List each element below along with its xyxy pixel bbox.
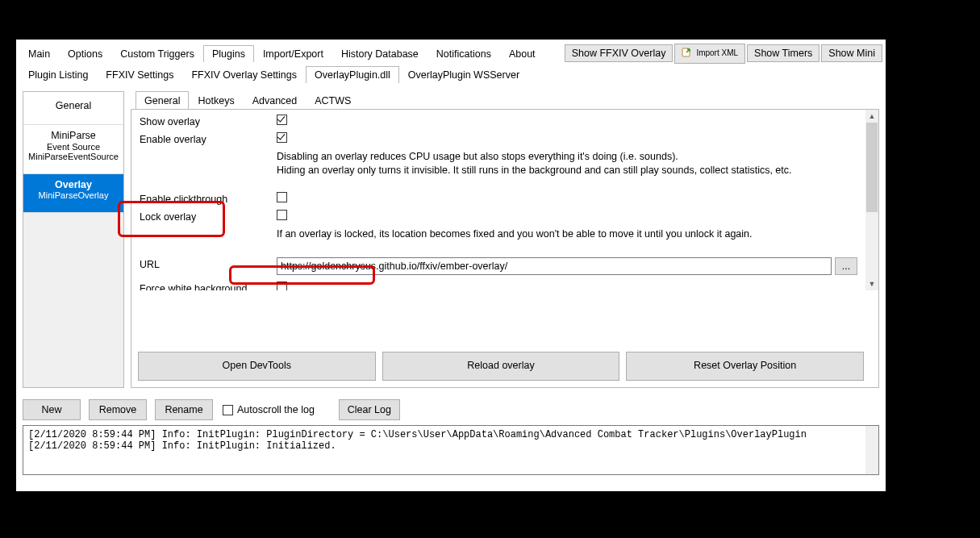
subtab-overlayplugin-wsserver[interactable]: OverlayPlugin WSServer — [399, 66, 528, 83]
ctab-general[interactable]: General — [136, 91, 189, 110]
settings-scrollbar[interactable]: ▲ ▼ — [865, 110, 878, 290]
import-xml-button[interactable]: Import XML — [674, 44, 745, 64]
sidebar-item-title: MiniParse — [25, 130, 122, 141]
log-line: [2/11/2020 8:59:44 PM] Info: InitPlugin:… — [28, 429, 874, 440]
enable-clickthrough-label: Enable clickthrough — [140, 192, 277, 205]
remove-button[interactable]: Remove — [89, 399, 147, 420]
show-overlay-label: Show overlay — [140, 115, 277, 127]
clear-log-button[interactable]: Clear Log — [339, 399, 400, 420]
lower-controls: New Remove Rename Autoscroll the log Cle… — [23, 399, 879, 420]
tab-history-database[interactable]: History Database — [332, 45, 427, 62]
subtab-ffxiv-settings[interactable]: FFXIV Settings — [97, 66, 182, 83]
log-scrollbar[interactable] — [865, 426, 878, 474]
log-textarea[interactable]: [2/11/2020 8:59:44 PM] Info: InitPlugin:… — [23, 425, 879, 475]
app-window: Main Options Custom Triggers Plugins Imp… — [16, 40, 886, 491]
content-wrap: General Hotkeys Advanced ACTWS Show over… — [131, 91, 879, 388]
scroll-up-arrow-icon[interactable]: ▲ — [865, 110, 878, 123]
sidebar-item-sub1: Event Source — [25, 142, 122, 152]
show-mini-button[interactable]: Show Mini — [821, 44, 882, 62]
sidebar-item-sub2: MiniParseEventSource — [25, 152, 122, 162]
tab-about[interactable]: About — [500, 45, 544, 62]
tab-import-export[interactable]: Import/Export — [254, 45, 332, 62]
sidebar-item-sub1: MiniParseOverlay — [25, 190, 122, 201]
reset-overlay-position-button[interactable]: Reset Overlay Position — [626, 352, 864, 381]
subtab-overlayplugin-dll[interactable]: OverlayPlugin.dll — [306, 66, 399, 83]
autoscroll-checkbox[interactable] — [223, 405, 233, 415]
main-area: General MiniParse Event Source MiniParse… — [16, 83, 886, 491]
show-overlay-checkbox[interactable] — [277, 115, 287, 125]
show-timers-button[interactable]: Show Timers — [747, 44, 819, 62]
ctab-actws[interactable]: ACTWS — [306, 91, 360, 110]
import-icon — [682, 47, 693, 60]
enable-overlay-label: Enable overlay — [140, 132, 277, 145]
subtab-ffxiv-overlay-settings[interactable]: FFXIV Overlay Settings — [182, 66, 306, 83]
tab-plugins[interactable]: Plugins — [203, 45, 254, 62]
log-line: [2/11/2020 8:59:44 PM] Info: InitPlugin:… — [28, 440, 874, 452]
subtab-plugin-listing[interactable]: Plugin Listing — [19, 66, 97, 83]
scrollbar-track[interactable] — [865, 123, 878, 277]
lock-overlay-label: Lock overlay — [140, 210, 277, 223]
ctab-advanced[interactable]: Advanced — [244, 91, 307, 110]
top-toolbar: Main Options Custom Triggers Plugins Imp… — [16, 40, 886, 62]
scroll-down-arrow-icon[interactable]: ▼ — [865, 277, 878, 290]
ctab-hotkeys[interactable]: Hotkeys — [189, 91, 243, 110]
show-ffxiv-overlay-button[interactable]: Show FFXIV Overlay — [565, 44, 673, 62]
url-browse-button[interactable]: ... — [835, 257, 857, 275]
lock-overlay-help: If an overlay is locked, its location be… — [277, 227, 857, 241]
toolbar-right: Show FFXIV Overlay Import XML Show Timer… — [565, 44, 882, 64]
overlay-sidebar: General MiniParse Event Source MiniParse… — [23, 91, 124, 388]
autoscroll-label: Autoscroll the log — [237, 404, 315, 415]
content-body: Show overlay Enable overlay Disabling an… — [131, 109, 879, 388]
new-button[interactable]: New — [23, 399, 81, 420]
sidebar-header-general[interactable]: General — [23, 92, 123, 125]
enable-clickthrough-checkbox[interactable] — [277, 192, 287, 202]
tab-main[interactable]: Main — [19, 45, 59, 62]
action-button-row: Open DevTools Reload overlay Reset Overl… — [138, 352, 864, 381]
scrollbar-thumb[interactable] — [866, 123, 878, 212]
sidebar-item-miniparse[interactable]: MiniParse Event Source MiniParseEventSou… — [23, 125, 123, 174]
import-xml-label: Import XML — [696, 49, 738, 57]
reload-overlay-button[interactable]: Reload overlay — [382, 352, 620, 381]
enable-overlay-checkbox[interactable] — [277, 132, 287, 143]
settings-scroll-region: Show overlay Enable overlay Disabling an… — [131, 110, 865, 290]
tab-options[interactable]: Options — [59, 45, 111, 62]
sidebar-item-title: Overlay — [25, 179, 122, 190]
main-tabs: Main Options Custom Triggers Plugins Imp… — [19, 45, 544, 62]
autoscroll-control[interactable]: Autoscroll the log — [223, 404, 315, 415]
tab-notifications[interactable]: Notifications — [427, 45, 500, 62]
force-white-checkbox[interactable] — [277, 282, 287, 290]
lock-overlay-checkbox[interactable] — [277, 210, 287, 220]
rename-button[interactable]: Rename — [155, 399, 213, 420]
upper-panel: General MiniParse Event Source MiniParse… — [23, 91, 879, 388]
url-label: URL — [140, 257, 277, 270]
force-white-label: Force white background — [140, 282, 277, 290]
sidebar-header-label: General — [56, 100, 91, 111]
overlay-content-tabs: General Hotkeys Advanced ACTWS — [131, 91, 879, 110]
tab-custom-triggers[interactable]: Custom Triggers — [111, 45, 203, 62]
sidebar-item-overlay[interactable]: Overlay MiniParseOverlay — [23, 174, 123, 213]
url-input[interactable] — [277, 257, 832, 275]
plugin-subtabs: Plugin Listing FFXIV Settings FFXIV Over… — [16, 62, 886, 83]
open-devtools-button[interactable]: Open DevTools — [138, 352, 376, 381]
enable-overlay-help: Disabling an overlay reduces CPU usage b… — [277, 150, 857, 177]
